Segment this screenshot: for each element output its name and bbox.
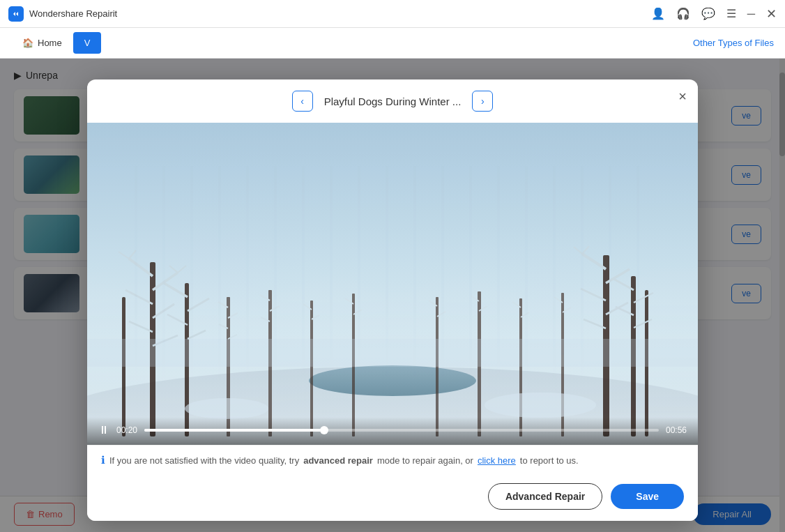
info-text-2: mode to repair again, or [377,455,473,466]
controls-row: ⏸ 00:20 00:56 [98,424,687,436]
nav-repair-types-link[interactable]: Other Types of Files [693,38,774,48]
modal-overlay: ‹ Playful Dogs During Winter ... › × [0,59,785,532]
nav-bar: 🏠 Home V Other Types of Files [0,28,785,59]
info-text-3: to report to us. [520,455,579,466]
svg-point-63 [485,393,596,418]
app-icon [8,6,24,22]
title-bar-left: Wondershare Repairit [8,6,117,22]
advanced-repair-button[interactable]: Advanced Repair [488,483,602,510]
prev-button[interactable]: ‹ [292,91,313,112]
info-icon: ℹ [101,454,105,466]
click-here-link[interactable]: click here [478,455,516,466]
nav-home-button[interactable]: 🏠 Home [11,32,73,54]
progress-thumb[interactable] [320,426,328,434]
modal-info-bar: ℹ If you are not satisfied with the vide… [87,445,698,475]
chevron-right-icon: › [481,96,485,107]
play-pause-button[interactable]: ⏸ [98,424,109,436]
time-current: 00:20 [116,425,137,435]
close-icon[interactable]: ✕ [766,6,777,22]
tree-svg [87,123,698,445]
info-text-1: If you are not satisfied with the video … [109,455,299,466]
svg-rect-37 [310,301,313,436]
headphone-icon[interactable]: 🎧 [676,7,690,20]
modal-footer: Advanced Repair Save [87,475,698,521]
title-bar: Wondershare Repairit 👤 🎧 💬 ☰ ─ ✕ [0,0,785,28]
modal-close-button[interactable]: × [678,89,687,103]
main-content: ▶ Unrepa Video 1 2.4 MB ve Video 2 3.1 M… [0,59,785,532]
chat-icon[interactable]: 💬 [701,7,715,20]
svg-point-3 [309,365,476,396]
title-bar-right: 👤 🎧 💬 ☰ ─ ✕ [651,6,777,22]
svg-point-62 [185,398,268,419]
video-controls: ⏸ 00:20 00:56 [87,417,698,445]
app-title: Wondershare Repairit [29,8,117,19]
modal-header: ‹ Playful Dogs During Winter ... › × [87,79,698,123]
svg-rect-64 [87,339,698,367]
person-icon[interactable]: 👤 [651,7,665,20]
minimize-icon[interactable]: ─ [747,8,755,20]
preview-modal: ‹ Playful Dogs During Winter ... › × [87,79,698,521]
menu-icon[interactable]: ☰ [726,7,736,20]
next-button[interactable]: › [472,91,493,112]
video-player[interactable]: ⏸ 00:20 00:56 [87,123,698,445]
info-bold-text: advanced repair [303,455,373,466]
save-video-button[interactable]: Save [611,484,684,509]
nav-video-tab[interactable]: V [73,32,102,54]
modal-title: Playful Dogs During Winter ... [324,96,462,107]
progress-bar[interactable] [144,429,659,432]
chevron-left-icon: ‹ [300,96,304,107]
time-total: 00:56 [666,425,687,435]
home-icon: 🏠 [22,38,33,48]
video-frame [87,123,698,445]
progress-fill [144,429,324,432]
